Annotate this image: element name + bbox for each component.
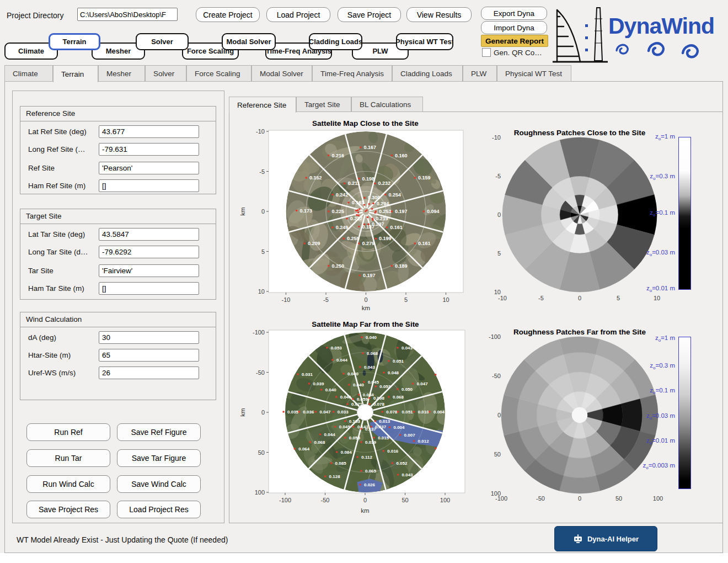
plot-tab-bl-calculations[interactable]: BL Calculations (351, 97, 423, 112)
colorbar-label: zo=0.1 m (603, 387, 675, 395)
svg-text:0.094: 0.094 (427, 209, 440, 214)
svg-text:0.173: 0.173 (299, 208, 312, 214)
colorbar-label: zo=0.1 m (603, 209, 675, 217)
bottom-strip (0, 553, 728, 563)
generate-report-button[interactable]: Generate Report (481, 35, 548, 47)
svg-text:0.161: 0.161 (390, 225, 403, 230)
lat-ref-label: Lat Ref Site (deg) (28, 128, 87, 136)
da-input[interactable] (99, 331, 199, 344)
svg-text:0.013: 0.013 (379, 419, 390, 424)
svg-text:0.071: 0.071 (351, 402, 363, 407)
svg-text:100: 100 (653, 495, 663, 502)
plot-tab-target-site[interactable]: Target Site (296, 97, 351, 112)
svg-text:50: 50 (615, 495, 622, 502)
create-project-button[interactable]: Create Project (196, 7, 260, 22)
svg-text:0.033: 0.033 (338, 410, 349, 415)
dyna-ai-helper-label: Dyna-AI Helper (587, 535, 639, 543)
long-tar-input[interactable] (99, 246, 199, 258)
run-wind-calc-button[interactable]: Run Wind Calc (26, 475, 110, 493)
reference-site-group: Reference Site Lat Ref Site (deg) Long R… (20, 106, 216, 194)
svg-text:0.112: 0.112 (361, 455, 372, 460)
svg-text:0.051: 0.051 (402, 410, 414, 415)
uref-label: Uref-WS (m/s) (28, 369, 76, 377)
load-project-button[interactable]: Load Project (266, 7, 330, 22)
svg-text:-100: -100 (279, 497, 291, 503)
close-satellite-map-plot: Sattelite Map Close to the Site 0.1670.2… (237, 118, 472, 311)
svg-text:-50: -50 (321, 497, 330, 503)
svg-text:0.197: 0.197 (395, 209, 408, 214)
import-dyna-button[interactable]: Import Dyna (481, 21, 547, 34)
svg-text:0.040: 0.040 (366, 335, 377, 340)
tab-physical-wt-test[interactable]: Physical WT Test (497, 65, 571, 82)
tar-site-input[interactable] (99, 264, 199, 277)
module-button-physical-wt-test[interactable]: Physical WT Test (396, 33, 453, 50)
svg-text:0.015: 0.015 (378, 435, 389, 440)
save-tar-figure-button[interactable]: Save Tar Figure (117, 449, 201, 467)
ham-tar-input[interactable] (99, 282, 199, 295)
save-project-res-button[interactable]: Save Project Res (26, 501, 110, 518)
tab-terrain[interactable]: Terrain (53, 65, 98, 82)
tab-mesher[interactable]: Mesher (98, 65, 145, 82)
svg-text:0.160: 0.160 (395, 153, 408, 158)
svg-text:0.019: 0.019 (365, 440, 377, 445)
svg-text:0.225: 0.225 (331, 209, 344, 214)
save-project-button[interactable]: Save Project (338, 7, 401, 22)
module-button-solver[interactable]: Solver (136, 33, 189, 50)
svg-text:0.044: 0.044 (324, 432, 336, 437)
project-directory-input[interactable] (77, 8, 178, 21)
run-ref-button[interactable]: Run Ref (26, 423, 110, 441)
view-results-button[interactable]: View Results (406, 7, 472, 22)
tab-plw[interactable]: PLW (463, 65, 497, 82)
svg-text:0.197: 0.197 (363, 273, 376, 278)
module-button-modal-solver[interactable]: Modal Solver (222, 33, 276, 50)
tab-time-freq-analysis[interactable]: Time-Freq Analysis (312, 65, 392, 82)
save-ref-figure-button[interactable]: Save Ref Figure (117, 423, 201, 441)
colorbar-label: zo=0.03 m (603, 412, 675, 421)
dyna-ai-helper-button[interactable]: Dyna-AI Helper (554, 526, 657, 551)
svg-text:0.068: 0.068 (314, 440, 325, 445)
tab-solver[interactable]: Solver (145, 65, 186, 82)
load-project-res-button[interactable]: Load Project Res (117, 501, 201, 518)
tab-force-scaling[interactable]: Force Scaling (186, 65, 251, 82)
uref-input[interactable] (99, 367, 199, 379)
svg-text:0.043: 0.043 (364, 365, 376, 370)
tab-cladding-loads[interactable]: Cladding Loads (392, 65, 463, 82)
lat-ref-input[interactable] (99, 125, 199, 138)
run-tar-button[interactable]: Run Tar (26, 449, 110, 467)
tab-modal-solver[interactable]: Modal Solver (251, 65, 312, 82)
svg-text:0: 0 (364, 296, 367, 303)
colorbar-label: zo=0.3 m (603, 362, 675, 370)
module-button-terrain[interactable]: Terrain (49, 33, 100, 50)
gen-qr-checkbox-row[interactable]: Gen. QR Co… (482, 48, 542, 57)
svg-text:100: 100 (440, 497, 450, 503)
ham-ref-input[interactable] (99, 179, 199, 192)
svg-text:0.216: 0.216 (331, 153, 344, 158)
svg-text:0.04: 0.04 (439, 373, 448, 378)
svg-text:0.198: 0.198 (362, 176, 375, 182)
tab-climate[interactable]: Climate (4, 65, 53, 82)
svg-text:-10: -10 (282, 296, 291, 303)
svg-text:50: 50 (402, 497, 408, 503)
colorbar-label: zo=0.3 m (603, 173, 675, 181)
status-message: WT Model Already Exist - Just Updating t… (17, 535, 228, 544)
svg-text:0.068: 0.068 (393, 395, 404, 400)
long-ref-input[interactable] (99, 143, 199, 156)
svg-text:0.249: 0.249 (336, 225, 349, 230)
export-dyna-button[interactable]: Export Dyna (481, 7, 547, 20)
ref-site-label: Ref Site (28, 164, 55, 172)
svg-text:0.254: 0.254 (388, 192, 401, 198)
module-button-cladding-loads[interactable]: Cladding Loads (309, 33, 362, 50)
gen-qr-checkbox[interactable] (482, 48, 491, 57)
ref-site-input[interactable] (99, 162, 199, 174)
svg-text:0.053: 0.053 (379, 384, 391, 389)
svg-text:0: 0 (497, 412, 501, 418)
svg-text:0.152: 0.152 (309, 175, 322, 180)
svg-text:-10: -10 (256, 128, 265, 135)
lat-tar-input[interactable] (99, 228, 199, 241)
plot-tab-reference-site[interactable]: Reference Site (229, 97, 296, 113)
svg-text:-100: -100 (253, 329, 265, 336)
svg-text:0.253: 0.253 (379, 209, 392, 214)
save-wind-calc-button[interactable]: Save Wind Calc (117, 475, 201, 493)
svg-text:0.051: 0.051 (393, 359, 404, 364)
htar-input[interactable] (99, 349, 199, 362)
